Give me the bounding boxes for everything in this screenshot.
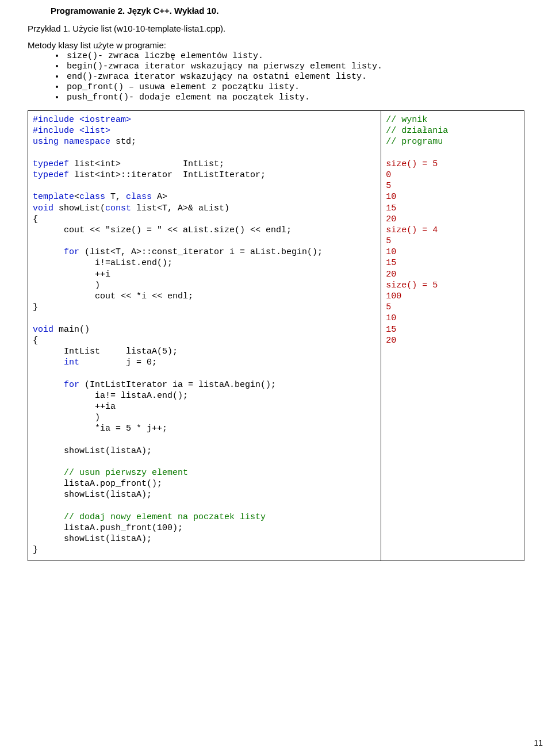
code-text: }	[33, 545, 38, 555]
code-text: T,	[105, 192, 126, 202]
code-text: )	[33, 281, 100, 290]
code-text: ++i	[33, 270, 110, 279]
list-item: end()-zwraca iterator wskazujący na osta…	[64, 72, 524, 82]
comment: // usun pierwszy element	[64, 468, 188, 478]
code-text: list<int> IntList;	[69, 159, 224, 169]
source-code: #include <iostream> #include <list> usin…	[33, 114, 376, 556]
output-line: 20	[386, 214, 396, 224]
code-text: list<int>::iterator IntListIterator;	[69, 170, 266, 180]
preproc: #include <iostream>	[33, 115, 131, 125]
code-cell: #include <iostream> #include <list> usin…	[28, 111, 381, 561]
program-output: // wynik // działania // programu size()…	[386, 114, 519, 346]
keyword: typedef	[33, 170, 69, 180]
code-text: A>	[152, 192, 167, 202]
code-text: showList(	[53, 204, 105, 213]
code-text: IntList listaA(5);	[33, 347, 178, 356]
output-line: 10	[386, 247, 396, 257]
method-list: size()- zwraca liczbę elementów listy. b…	[28, 51, 524, 102]
comment: // dodaj nowy element na poczatek listy	[64, 512, 266, 522]
list-item: pop_front() – usuwa element z początku l…	[64, 82, 524, 92]
comment: // wynik	[386, 115, 427, 125]
output-line: 10	[386, 192, 396, 202]
keyword: for	[64, 247, 79, 257]
page: Programowanie 2. Język C++. Wykład 10. P…	[0, 0, 552, 753]
code-text: std;	[110, 137, 136, 147]
code-text: main()	[53, 325, 90, 335]
code-text: }	[33, 302, 38, 312]
code-text: list<T, A>& aList)	[131, 204, 229, 213]
code-text: j = 0;	[79, 358, 157, 367]
output-line: 5	[386, 181, 391, 191]
output-line: size() = 5	[386, 159, 438, 169]
code-text: <	[74, 192, 79, 202]
example-title: Przykład 1. Użycie list (w10-10-template…	[28, 24, 524, 33]
keyword: void	[33, 325, 53, 335]
output-line: 5	[386, 236, 391, 246]
code-text: ia!= listaA.end();	[33, 391, 188, 401]
list-item: begin()-zwraca iterator wskazujący na pi…	[64, 62, 524, 71]
list-item: size()- zwraca liczbę elementów listy.	[64, 51, 524, 61]
keyword: template	[33, 192, 74, 202]
code-text: cout << *i << endl;	[33, 291, 193, 301]
code-text: showList(listaA);	[33, 534, 152, 544]
keyword: const	[105, 204, 131, 213]
output-line: 15	[386, 204, 396, 213]
output-line: 15	[386, 258, 396, 268]
list-item: push_front()- dodaje element na początek…	[64, 93, 524, 102]
code-text: {	[33, 214, 38, 224]
keyword: void	[33, 204, 53, 213]
output-line: 5	[386, 302, 391, 312]
code-text: (list<T, A>::const_iterator i = aList.be…	[79, 247, 323, 257]
comment: // działania	[386, 126, 448, 136]
output-line: 10	[386, 313, 396, 323]
code-text: (IntListIterator ia = listaA.begin();	[79, 380, 276, 390]
code-text: listaA.push_front(100);	[33, 523, 183, 533]
keyword: typedef	[33, 159, 69, 169]
code-text: )	[33, 413, 100, 423]
preproc: #include <list>	[33, 126, 110, 136]
page-number: 11	[534, 738, 543, 747]
output-line: size() = 4	[386, 225, 438, 235]
code-table: #include <iostream> #include <list> usin…	[28, 110, 524, 561]
keyword: class	[126, 192, 152, 202]
output-line: 0	[386, 170, 391, 180]
keyword: int	[64, 358, 79, 367]
code-text: listaA.pop_front();	[33, 479, 162, 489]
code-text: {	[33, 336, 38, 346]
code-text: cout << "size() = " << aList.size() << e…	[33, 225, 292, 235]
comment: // programu	[386, 137, 443, 147]
intro-text: Metody klasy list użyte w programie:	[28, 40, 524, 50]
keyword: using namespace	[33, 137, 110, 147]
keyword: for	[64, 380, 79, 390]
output-line: 20	[386, 270, 396, 279]
output-line: 20	[386, 336, 396, 346]
keyword: class	[79, 192, 105, 202]
code-text: showList(listaA);	[33, 490, 152, 500]
output-line: 15	[386, 325, 396, 335]
code-text: ++ia	[33, 402, 116, 412]
code-text: *ia = 5 * j++;	[33, 424, 167, 433]
output-cell: // wynik // działania // programu size()…	[381, 111, 524, 561]
code-text: i!=aList.end();	[33, 258, 172, 268]
page-title: Programowanie 2. Język C++. Wykład 10.	[51, 6, 524, 16]
code-text: showList(listaA);	[33, 446, 152, 456]
output-line: 100	[386, 291, 401, 301]
output-line: size() = 5	[386, 281, 438, 290]
